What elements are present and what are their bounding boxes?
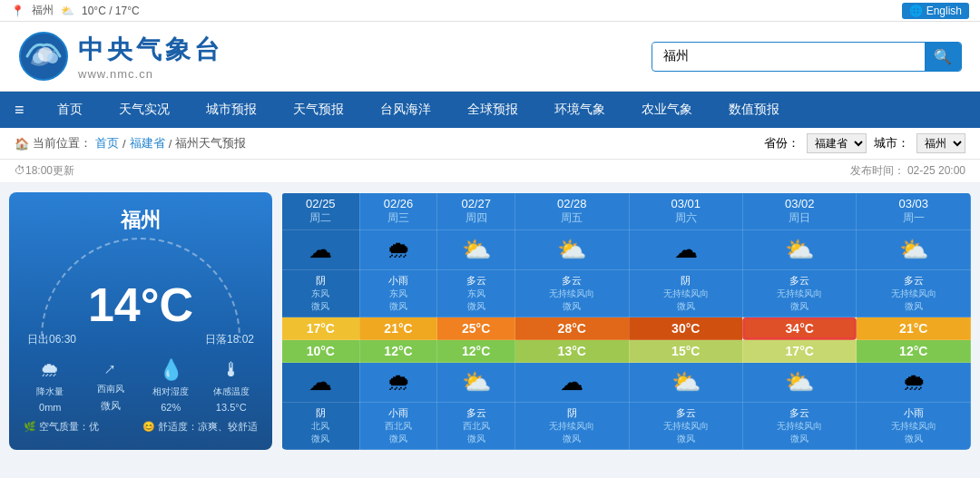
date-col-0: 02/25周二 bbox=[282, 193, 360, 230]
search-input[interactable] bbox=[652, 44, 925, 69]
leaf-icon: 🌿 bbox=[24, 421, 36, 432]
province-selector: 省份： 福建省 城市： 福州 bbox=[764, 133, 965, 153]
logo-url: www.nmc.cn bbox=[78, 67, 223, 81]
top-bar-location: 📍 福州 ⛅ 10°C / 17°C bbox=[11, 3, 140, 18]
night-icon-3: ☁ bbox=[515, 363, 629, 403]
low-temp-2: 12°C bbox=[437, 340, 515, 363]
date-col-5: 03/02周日 bbox=[742, 193, 856, 230]
rain-icon: 🌧 bbox=[40, 358, 60, 382]
high-temp-6: 21°C bbox=[857, 317, 971, 340]
hamburger-menu[interactable]: ≡ bbox=[0, 92, 39, 128]
night-desc-2: 多云西北风微风 bbox=[437, 403, 515, 450]
search-box: 🔍 bbox=[652, 42, 962, 72]
nav-weather-live[interactable]: 天气实况 bbox=[101, 92, 188, 128]
night-icon-row: ☁ 🌧 ⛅ ☁ ⛅ ⛅ 🌧 bbox=[282, 363, 971, 403]
low-temp-0: 10°C bbox=[282, 340, 360, 363]
breadcrumb-bar: 🏠 当前位置： 首页 / 福建省 / 福州天气预报 省份： 福建省 城市： 福州 bbox=[0, 128, 980, 160]
weather-stats: 🌧 降水量 0mm ↑ 西南风 微风 💧 相对湿度 62% 🌡 体感温度 13.… bbox=[24, 358, 258, 413]
city-label: 城市： bbox=[874, 135, 909, 151]
breadcrumb-page: 福州天气预报 bbox=[175, 135, 246, 151]
province-label: 省份： bbox=[764, 135, 799, 151]
day-desc-4: 阴无持续风向微风 bbox=[629, 270, 742, 317]
top-bar-right: 🌐 English bbox=[902, 3, 969, 19]
wind-arrow-icon: ↑ bbox=[100, 358, 121, 379]
logo: 中央气象台 www.nmc.cn bbox=[18, 31, 223, 82]
night-icon-4: ⛅ bbox=[629, 363, 742, 403]
day-desc-1: 小雨东风微风 bbox=[359, 270, 437, 317]
night-desc-row: 阴北风微风 小雨西北风微风 多云西北风微风 阴无持续风向微风 多云无持续风向微风… bbox=[282, 403, 971, 450]
night-icon-0: ☁ bbox=[282, 363, 360, 403]
forecast-table: 02/25周二 02/26周三 02/27周四 02/28周五 03/01周六 … bbox=[281, 192, 971, 450]
weather-cloud-icon: ⛅ bbox=[61, 5, 74, 17]
location-pin-icon: 📍 bbox=[11, 5, 24, 17]
night-icon-6: 🌧 bbox=[857, 363, 971, 403]
search-button[interactable]: 🔍 bbox=[925, 43, 961, 71]
breadcrumb-location-label: 当前位置： bbox=[33, 135, 92, 151]
day-icon-row: ☁ 🌧 ⛅ ⛅ ☁ ⛅ ⛅ bbox=[282, 230, 971, 270]
night-desc-1: 小雨西北风微风 bbox=[359, 403, 437, 450]
day-desc-3: 多云无持续风向微风 bbox=[515, 270, 629, 317]
publish-time: 发布时间： 02-25 20:00 bbox=[850, 163, 965, 179]
night-desc-0: 阴北风微风 bbox=[282, 403, 360, 450]
top-bar: 📍 福州 ⛅ 10°C / 17°C 🌐 English bbox=[0, 0, 980, 22]
nav-typhoon[interactable]: 台风海洋 bbox=[362, 92, 449, 128]
day-icon-4: ☁ bbox=[629, 230, 742, 270]
high-temp-0: 17°C bbox=[282, 317, 360, 340]
low-temp-1: 12°C bbox=[359, 340, 437, 363]
night-icon-2: ⛅ bbox=[437, 363, 515, 403]
city-select[interactable]: 福州 bbox=[916, 133, 965, 153]
comfort-label: 😊 舒适度：凉爽、较舒适 bbox=[142, 420, 258, 434]
current-weather-panel: 福州 14°C 日出06:30 日落18:02 🌧 降水量 0mm ↑ 西南风 … bbox=[9, 192, 272, 450]
stat-feels-like: 🌡 体感温度 13.5°C bbox=[205, 358, 259, 413]
humidity-label: 相对湿度 bbox=[152, 385, 189, 398]
svg-point-3 bbox=[47, 53, 58, 63]
province-select[interactable]: 福建省 bbox=[807, 133, 867, 153]
precip-label: 降水量 bbox=[36, 385, 64, 398]
humidity-icon: 💧 bbox=[159, 358, 183, 382]
humidity-value: 62% bbox=[161, 402, 181, 413]
day-icon-1: 🌧 bbox=[359, 230, 437, 270]
date-col-2: 02/27周四 bbox=[437, 193, 515, 230]
breadcrumb-province[interactable]: 福建省 bbox=[130, 135, 165, 151]
wind-value: 微风 bbox=[101, 399, 121, 413]
high-temp-4: 30°C bbox=[629, 317, 742, 340]
day-icon-5: ⛅ bbox=[742, 230, 856, 270]
low-temp-3: 13°C bbox=[515, 340, 629, 363]
precip-value: 0mm bbox=[39, 402, 61, 413]
nav-home[interactable]: 首页 bbox=[39, 92, 101, 128]
arc-decoration bbox=[41, 238, 240, 337]
high-temp-5: 34°C bbox=[742, 317, 856, 340]
air-quality-bar: 🌿 空气质量：优 😊 舒适度：凉爽、较舒适 bbox=[24, 420, 258, 434]
nav-weather-forecast[interactable]: 天气预报 bbox=[275, 92, 362, 128]
low-temp-row: 10°C 12°C 12°C 13°C 15°C 17°C 12°C bbox=[282, 340, 971, 363]
nav-bar: ≡ 首页 天气实况 城市预报 天气预报 台风海洋 全球预报 环境气象 农业气象 … bbox=[0, 92, 980, 128]
nav-agriculture[interactable]: 农业气象 bbox=[623, 92, 710, 128]
high-temp-row: 17°C 21°C 25°C 28°C 30°C 34°C 21°C bbox=[282, 317, 971, 340]
logo-icon bbox=[18, 31, 69, 82]
main-content: 福州 14°C 日出06:30 日落18:02 🌧 降水量 0mm ↑ 西南风 … bbox=[0, 183, 980, 459]
nav-global[interactable]: 全球预报 bbox=[449, 92, 536, 128]
day-icon-6: ⛅ bbox=[857, 230, 971, 270]
globe-icon: 🌐 bbox=[909, 5, 923, 17]
day-desc-6: 多云无持续风向微风 bbox=[857, 270, 971, 317]
low-temp-5: 17°C bbox=[742, 340, 856, 363]
date-row: 02/25周二 02/26周三 02/27周四 02/28周五 03/01周六 … bbox=[282, 193, 971, 230]
breadcrumb: 🏠 当前位置： 首页 / 福建省 / 福州天气预报 bbox=[15, 135, 246, 151]
low-temp-4: 15°C bbox=[629, 340, 742, 363]
logo-chinese: 中央气象台 bbox=[78, 33, 223, 67]
nav-city-forecast[interactable]: 城市预报 bbox=[188, 92, 275, 128]
thermometer-icon: 🌡 bbox=[221, 358, 241, 382]
face-icon: 😊 bbox=[142, 421, 155, 432]
date-col-1: 02/26周三 bbox=[359, 193, 437, 230]
low-temp-6: 12°C bbox=[857, 340, 971, 363]
language-button[interactable]: 🌐 English bbox=[902, 3, 969, 19]
wind-label: 西南风 bbox=[97, 383, 124, 395]
high-temp-2: 25°C bbox=[437, 317, 515, 340]
update-bar: ⏱18:00更新 发布时间： 02-25 20:00 bbox=[0, 160, 980, 183]
nav-numerical[interactable]: 数值预报 bbox=[710, 92, 798, 128]
date-col-3: 02/28周五 bbox=[515, 193, 629, 230]
breadcrumb-home[interactable]: 首页 bbox=[95, 135, 119, 151]
nav-environment[interactable]: 环境气象 bbox=[536, 92, 623, 128]
home-icon: 🏠 bbox=[15, 137, 29, 151]
temp-range: 10°C / 17°C bbox=[82, 5, 140, 17]
